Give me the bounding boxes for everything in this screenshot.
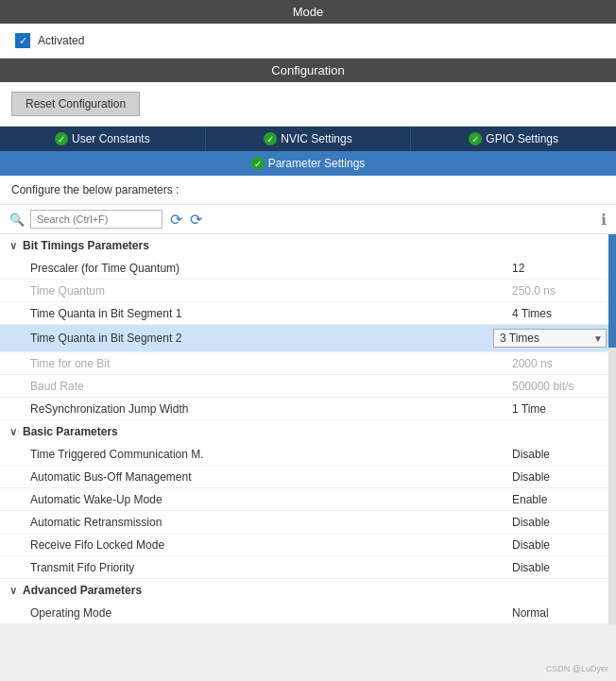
- param-value-0-1: 250.0 ns: [512, 284, 607, 298]
- group-label-0: Bit Timings Parameters: [23, 239, 149, 252]
- active-tab-label: Parameter Settings: [268, 157, 366, 170]
- param-value-0-2: 4 Times: [512, 307, 607, 320]
- search-icon: 🔍: [9, 213, 25, 227]
- tab-user-constants[interactable]: ✓ User Constants: [0, 127, 206, 151]
- tab-label-user-constants: User Constants: [72, 132, 150, 145]
- group-header-1[interactable]: ∨Basic Parameters: [0, 420, 616, 443]
- param-name-0-2: Time Quanta in Bit Segment 1: [30, 307, 512, 320]
- param-name-0-0: Prescaler (for Time Quantum): [30, 262, 512, 275]
- tab-gpio-settings[interactable]: ✓ GPIO Settings: [411, 127, 616, 151]
- param-row-1-4: Receive Fifo Locked ModeDisable: [0, 534, 616, 556]
- tab-check-user-constants: ✓: [55, 132, 68, 145]
- info-icon[interactable]: ℹ: [601, 211, 607, 229]
- activated-checkbox[interactable]: ✓: [15, 33, 30, 48]
- nav-prev-icon[interactable]: ⟳: [170, 211, 182, 229]
- activated-label: Activated: [38, 34, 84, 47]
- group-label-1: Basic Parameters: [23, 425, 118, 438]
- param-row-0-3[interactable]: Time Quanta in Bit Segment 23 Times▼: [0, 325, 616, 352]
- scrollbar-thumb[interactable]: [608, 234, 616, 348]
- param-row-1-0: Time Triggered Communication M.Disable: [0, 443, 616, 466]
- reset-config-button[interactable]: Reset Configuration: [11, 92, 140, 116]
- mode-section: Mode ✓ Activated: [0, 0, 616, 59]
- activated-row[interactable]: ✓ Activated: [15, 33, 601, 48]
- tabs-row: ✓ User Constants ✓ NVIC Settings ✓ GPIO …: [0, 127, 616, 151]
- config-header: Configuration: [0, 59, 616, 82]
- group-label-2: Advanced Parameters: [23, 584, 142, 597]
- param-row-1-5: Transmit Fifo PriorityDisable: [0, 556, 616, 579]
- param-row-1-3: Automatic RetransmissionDisable: [0, 511, 616, 534]
- scrollbar-track[interactable]: [608, 234, 616, 624]
- watermark: CSDN @LuDyer: [546, 664, 608, 673]
- param-name-1-3: Automatic Retransmission: [30, 516, 512, 529]
- param-name-0-4: Time for one Bit: [30, 357, 512, 370]
- param-row-0-0: Prescaler (for Time Quantum)12: [0, 257, 616, 280]
- nav-next-icon[interactable]: ⟳: [190, 211, 202, 229]
- param-name-1-0: Time Triggered Communication M.: [30, 448, 512, 461]
- tab-check-nvic: ✓: [264, 132, 277, 145]
- config-section: Configuration Reset Configuration ✓ User…: [0, 59, 616, 624]
- search-input[interactable]: [30, 210, 163, 229]
- param-name-0-1: Time Quantum: [30, 284, 512, 298]
- group-header-0[interactable]: ∨Bit Timings Parameters: [0, 234, 616, 257]
- params-area: ∨Bit Timings ParametersPrescaler (for Ti…: [0, 234, 616, 624]
- mode-header: Mode: [0, 0, 616, 24]
- param-value-0-5: 500000 bit/s: [512, 380, 607, 393]
- search-row: 🔍 ⟳ ⟳ ℹ: [0, 205, 616, 234]
- param-value-1-1: Disable: [512, 470, 607, 484]
- active-tab-row[interactable]: ✓ Parameter Settings: [0, 151, 616, 176]
- param-name-0-5: Baud Rate: [30, 380, 512, 393]
- active-tab-check: ✓: [251, 157, 265, 170]
- param-row-0-1: Time Quantum250.0 ns: [0, 280, 616, 302]
- tab-label-gpio: GPIO Settings: [486, 132, 558, 145]
- param-value-1-0: Disable: [512, 448, 607, 461]
- param-name-1-5: Transmit Fifo Priority: [30, 561, 512, 574]
- param-value-0-0: 12: [512, 262, 607, 275]
- collapse-icon-1: ∨: [9, 426, 17, 438]
- param-value-1-5: Disable: [512, 561, 607, 574]
- param-name-1-1: Automatic Bus-Off Management: [30, 470, 512, 484]
- param-row-0-4: Time for one Bit2000 ns: [0, 352, 616, 375]
- dropdown-wrap-0-3[interactable]: 3 Times▼: [493, 329, 607, 348]
- param-value-0-4: 2000 ns: [512, 357, 607, 370]
- param-value-1-4: Disable: [512, 538, 607, 552]
- param-row-0-6: ReSynchronization Jump Width1 Time: [0, 398, 616, 420]
- group-header-2[interactable]: ∨Advanced Parameters: [0, 579, 616, 602]
- param-value-2-0: Normal: [512, 606, 607, 620]
- param-name-1-4: Receive Fifo Locked Mode: [30, 538, 512, 552]
- tab-nvic-settings[interactable]: ✓ NVIC Settings: [206, 127, 412, 151]
- collapse-icon-2: ∨: [9, 585, 17, 597]
- param-name-1-2: Automatic Wake-Up Mode: [30, 493, 512, 506]
- param-value-1-3: Disable: [512, 516, 607, 529]
- param-row-1-2: Automatic Wake-Up ModeEnable: [0, 488, 616, 511]
- collapse-icon-0: ∨: [9, 240, 17, 252]
- param-value-0-6: 1 Time: [512, 402, 607, 416]
- dropdown-0-3[interactable]: 3 Times: [493, 329, 607, 348]
- param-name-0-3: Time Quanta in Bit Segment 2: [30, 332, 493, 345]
- param-name-2-0: Operating Mode: [30, 606, 512, 620]
- tab-label-nvic: NVIC Settings: [281, 132, 351, 145]
- param-value-1-2: Enable: [512, 493, 607, 506]
- configure-label: Configure the below parameters :: [0, 176, 616, 205]
- param-row-2-0: Operating ModeNormal: [0, 602, 616, 624]
- param-row-0-5: Baud Rate500000 bit/s: [0, 375, 616, 398]
- param-row-0-2: Time Quanta in Bit Segment 14 Times: [0, 302, 616, 325]
- param-name-0-6: ReSynchronization Jump Width: [30, 402, 512, 416]
- param-row-1-1: Automatic Bus-Off ManagementDisable: [0, 466, 616, 488]
- tab-check-gpio: ✓: [469, 132, 482, 145]
